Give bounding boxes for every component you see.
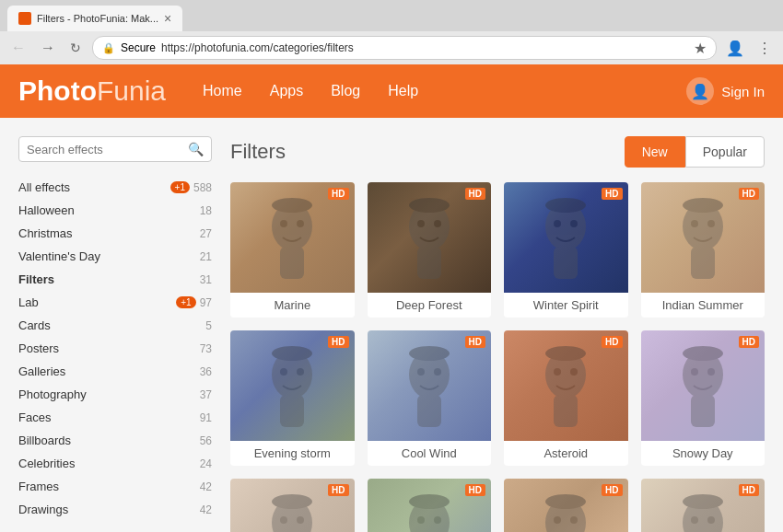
sidebar-item-lab[interactable]: Lab+197	[18, 291, 212, 314]
sidebar-items: All effects+1588Halloween18Christmas27Va…	[18, 176, 212, 521]
sidebar-item-drawings[interactable]: Drawings42	[18, 498, 212, 521]
sidebar-item-christmas[interactable]: Christmas27	[18, 222, 212, 245]
sidebar-label: Frames	[18, 480, 200, 493]
nav-help[interactable]: Help	[388, 83, 418, 99]
effect-card-1[interactable]: HD Deep Forest	[368, 182, 492, 318]
sidebar-badge: +1	[176, 296, 195, 308]
hd-badge: HD	[739, 484, 759, 496]
sidebar-item-photography[interactable]: Photography37	[18, 383, 212, 406]
sidebar-item-all-effects[interactable]: All effects+1588	[18, 176, 212, 199]
effect-name: Indian Summer	[641, 293, 765, 318]
svg-point-37	[691, 368, 698, 376]
svg-point-38	[707, 368, 715, 376]
effect-card-4[interactable]: HD Evening storm	[230, 330, 355, 466]
sidebar-label: Halloween	[18, 203, 200, 217]
effect-thumbnail: HD	[230, 182, 355, 293]
sidebar-item-halloween[interactable]: Halloween18	[18, 199, 212, 222]
signin-button[interactable]: 👤 Sign In	[686, 77, 765, 105]
site-logo[interactable]: PhotoFunia	[18, 75, 166, 107]
profile-icon[interactable]: 👤	[724, 37, 746, 59]
search-icon: 🔍	[188, 142, 204, 156]
menu-icon[interactable]: ⋮	[754, 37, 776, 59]
hd-badge: HD	[465, 188, 485, 200]
sidebar-item-posters[interactable]: Posters73	[18, 337, 212, 360]
svg-point-29	[409, 346, 450, 361]
url-bar[interactable]: 🔒 Secure https://photofunia.com/categori…	[92, 36, 717, 60]
effects-grid: HD Marine HD Deep Forest HD Winte	[230, 182, 765, 532]
nav-blog[interactable]: Blog	[331, 83, 360, 99]
effect-thumbnail: HD	[641, 479, 765, 532]
hd-badge: HD	[739, 336, 759, 348]
effect-card-10[interactable]: HD	[504, 479, 628, 532]
effect-card-9[interactable]: HD	[368, 479, 492, 532]
sidebar-item-faces[interactable]: Faces91	[18, 406, 212, 429]
effect-thumbnail: HD	[368, 330, 492, 441]
svg-point-57	[691, 516, 698, 524]
sidebar-label: Posters	[18, 341, 200, 355]
sidebar-item-filters[interactable]: Filters31	[18, 268, 212, 291]
sidebar-count: 31	[200, 273, 212, 286]
back-button[interactable]: ←	[7, 37, 29, 59]
effect-thumbnail: HD	[368, 182, 492, 293]
nav-home[interactable]: Home	[203, 83, 242, 99]
refresh-button[interactable]: ↻	[66, 39, 85, 57]
svg-point-28	[434, 368, 441, 376]
sidebar-item-cards[interactable]: Cards5	[18, 314, 212, 337]
effect-card-8[interactable]: HD	[230, 479, 355, 532]
sidebar-count: 21	[200, 250, 212, 263]
svg-point-39	[683, 346, 723, 361]
svg-point-17	[691, 220, 698, 227]
hd-badge: HD	[739, 188, 759, 200]
svg-point-14	[545, 198, 586, 213]
browser-chrome: Filters - PhotoFunia: Mak... × ← → ↻ 🔒 S…	[0, 0, 783, 64]
effect-card-7[interactable]: HD Snowy Day	[641, 330, 765, 466]
svg-point-18	[707, 220, 715, 227]
sidebar-item-valentine-s-day[interactable]: Valentine's Day21	[18, 245, 212, 268]
tab-title: Filters - PhotoFunia: Mak...	[37, 13, 158, 24]
svg-point-49	[409, 494, 450, 509]
sidebar-item-frames[interactable]: Frames42	[18, 475, 212, 498]
svg-point-58	[707, 516, 715, 524]
site-header: PhotoFunia Home Apps Blog Help 👤 Sign In	[0, 64, 783, 118]
filter-new-button[interactable]: New	[625, 136, 685, 168]
effect-card-11[interactable]: HD	[641, 479, 765, 532]
sidebar-item-galleries[interactable]: Galleries36	[18, 360, 212, 383]
sidebar-label: Galleries	[18, 364, 200, 378]
effect-card-3[interactable]: HD Indian Summer	[641, 182, 765, 318]
sidebar-item-billboards[interactable]: Billboards56	[18, 429, 212, 452]
svg-rect-11	[554, 247, 578, 279]
sidebar-count: 91	[200, 411, 212, 424]
bookmark-icon[interactable]: ★	[694, 40, 707, 57]
hd-badge: HD	[465, 336, 485, 348]
forward-button[interactable]: →	[37, 37, 59, 59]
search-box[interactable]: 🔍	[18, 136, 212, 162]
svg-rect-6	[417, 247, 441, 279]
sidebar-count: 24	[200, 457, 212, 470]
hd-badge: HD	[602, 484, 622, 496]
sidebar-label: Filters	[18, 272, 200, 286]
filter-popular-button[interactable]: Popular	[685, 136, 765, 168]
svg-point-34	[545, 346, 586, 361]
sidebar-count: 97	[200, 296, 212, 309]
url-text: https://photofunia.com/categories/filter…	[161, 41, 354, 54]
user-icon: 👤	[686, 77, 714, 105]
svg-point-53	[570, 516, 578, 524]
sidebar-label: Photography	[18, 387, 200, 401]
effect-card-5[interactable]: HD Cool Wind	[368, 330, 492, 466]
hd-badge: HD	[602, 188, 622, 200]
sidebar-item-celebrities[interactable]: Celebrities24	[18, 452, 212, 475]
active-tab[interactable]: Filters - PhotoFunia: Mak... ×	[7, 6, 182, 31]
svg-point-43	[297, 516, 304, 524]
effect-thumbnail: HD	[504, 182, 628, 293]
search-input[interactable]	[27, 143, 188, 156]
effect-card-2[interactable]: HD Winter Spirit	[504, 182, 628, 318]
sidebar-label: Celebrities	[18, 457, 200, 470]
sidebar-label: Cards	[18, 318, 205, 332]
effect-card-0[interactable]: HD Marine	[230, 182, 355, 318]
svg-point-7	[417, 220, 425, 227]
hd-badge: HD	[328, 484, 348, 496]
nav-apps[interactable]: Apps	[270, 83, 303, 99]
effect-card-6[interactable]: HD Asteroid	[504, 330, 628, 466]
svg-point-22	[280, 368, 287, 376]
tab-close-icon[interactable]: ×	[164, 11, 171, 26]
